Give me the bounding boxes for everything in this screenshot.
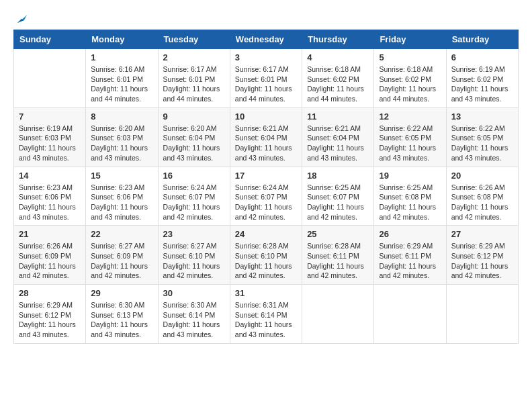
day-info: Sunrise: 6:18 AMSunset: 6:02 PMDaylight:… <box>379 64 441 104</box>
day-number: 9 <box>163 111 225 122</box>
calendar-cell: 1Sunrise: 6:16 AMSunset: 6:01 PMDaylight… <box>86 49 158 108</box>
day-info: Sunrise: 6:22 AMSunset: 6:05 PMDaylight:… <box>451 124 513 163</box>
day-info: Sunrise: 6:17 AMSunset: 6:01 PMDaylight:… <box>163 64 225 104</box>
calendar-cell: 11Sunrise: 6:21 AMSunset: 6:04 PMDayligh… <box>302 107 374 167</box>
weekday-header-tuesday: Tuesday <box>158 30 230 49</box>
calendar-cell: 31Sunrise: 6:31 AMSunset: 6:14 PMDayligh… <box>230 285 302 344</box>
logo <box>13 13 27 23</box>
day-info: Sunrise: 6:27 AMSunset: 6:10 PMDaylight:… <box>163 241 225 281</box>
calendar-cell: 2Sunrise: 6:17 AMSunset: 6:01 PMDaylight… <box>158 49 230 108</box>
day-info: Sunrise: 6:27 AMSunset: 6:09 PMDaylight:… <box>91 241 152 281</box>
calendar-week-3: 14Sunrise: 6:23 AMSunset: 6:06 PMDayligh… <box>14 167 519 226</box>
calendar-cell: 17Sunrise: 6:24 AMSunset: 6:07 PMDayligh… <box>230 167 302 226</box>
day-info: Sunrise: 6:28 AMSunset: 6:11 PMDaylight:… <box>307 241 369 281</box>
day-number: 12 <box>379 111 441 122</box>
calendar-table: SundayMondayTuesdayWednesdayThursdayFrid… <box>13 30 519 344</box>
weekday-header-sunday: Sunday <box>14 30 86 49</box>
calendar-cell <box>14 49 86 108</box>
day-info: Sunrise: 6:26 AMSunset: 6:08 PMDaylight:… <box>451 183 513 222</box>
calendar-cell <box>374 285 446 344</box>
day-number: 21 <box>19 229 81 239</box>
day-number: 25 <box>307 229 369 239</box>
calendar-cell: 21Sunrise: 6:26 AMSunset: 6:09 PMDayligh… <box>14 226 86 285</box>
calendar-cell: 9Sunrise: 6:20 AMSunset: 6:04 PMDaylight… <box>158 107 230 167</box>
day-info: Sunrise: 6:23 AMSunset: 6:06 PMDaylight:… <box>91 183 152 222</box>
day-number: 16 <box>163 171 225 181</box>
day-number: 31 <box>235 288 297 298</box>
day-number: 26 <box>379 229 441 239</box>
day-info: Sunrise: 6:17 AMSunset: 6:01 PMDaylight:… <box>235 64 297 104</box>
calendar-cell: 16Sunrise: 6:24 AMSunset: 6:07 PMDayligh… <box>158 167 230 226</box>
day-number: 2 <box>163 52 225 62</box>
calendar-cell: 29Sunrise: 6:30 AMSunset: 6:13 PMDayligh… <box>86 285 158 344</box>
day-number: 22 <box>91 229 152 239</box>
day-info: Sunrise: 6:30 AMSunset: 6:13 PMDaylight:… <box>91 300 152 340</box>
weekday-header-saturday: Saturday <box>446 30 518 49</box>
calendar-cell: 4Sunrise: 6:18 AMSunset: 6:02 PMDaylight… <box>302 49 374 108</box>
day-info: Sunrise: 6:23 AMSunset: 6:06 PMDaylight:… <box>19 183 81 222</box>
calendar-cell: 8Sunrise: 6:20 AMSunset: 6:03 PMDaylight… <box>86 107 158 167</box>
day-info: Sunrise: 6:25 AMSunset: 6:07 PMDaylight:… <box>307 183 369 222</box>
day-number: 24 <box>235 229 297 239</box>
page-header <box>13 13 519 23</box>
day-number: 5 <box>379 52 441 62</box>
calendar-cell: 22Sunrise: 6:27 AMSunset: 6:09 PMDayligh… <box>86 226 158 285</box>
calendar-cell: 10Sunrise: 6:21 AMSunset: 6:04 PMDayligh… <box>230 107 302 167</box>
calendar-cell: 28Sunrise: 6:29 AMSunset: 6:12 PMDayligh… <box>14 285 86 344</box>
calendar-body: 1Sunrise: 6:16 AMSunset: 6:01 PMDaylight… <box>14 49 519 344</box>
calendar-cell: 30Sunrise: 6:30 AMSunset: 6:14 PMDayligh… <box>158 285 230 344</box>
day-info: Sunrise: 6:24 AMSunset: 6:07 PMDaylight:… <box>235 183 297 222</box>
day-info: Sunrise: 6:25 AMSunset: 6:08 PMDaylight:… <box>379 183 441 222</box>
calendar-cell: 7Sunrise: 6:19 AMSunset: 6:03 PMDaylight… <box>14 107 86 167</box>
day-info: Sunrise: 6:18 AMSunset: 6:02 PMDaylight:… <box>307 64 369 104</box>
calendar-week-1: 1Sunrise: 6:16 AMSunset: 6:01 PMDaylight… <box>14 49 519 108</box>
day-number: 13 <box>451 111 513 122</box>
calendar-header: SundayMondayTuesdayWednesdayThursdayFrid… <box>14 30 519 49</box>
day-info: Sunrise: 6:20 AMSunset: 6:03 PMDaylight:… <box>91 124 152 163</box>
day-number: 28 <box>19 288 81 298</box>
calendar-cell: 25Sunrise: 6:28 AMSunset: 6:11 PMDayligh… <box>302 226 374 285</box>
day-info: Sunrise: 6:16 AMSunset: 6:01 PMDaylight:… <box>91 64 152 104</box>
day-number: 3 <box>235 52 297 62</box>
weekday-header-friday: Friday <box>374 30 446 49</box>
calendar-cell: 23Sunrise: 6:27 AMSunset: 6:10 PMDayligh… <box>158 226 230 285</box>
day-number: 10 <box>235 111 297 122</box>
day-info: Sunrise: 6:30 AMSunset: 6:14 PMDaylight:… <box>163 300 225 340</box>
day-number: 20 <box>451 171 513 181</box>
day-number: 29 <box>91 288 152 298</box>
calendar-cell: 26Sunrise: 6:29 AMSunset: 6:11 PMDayligh… <box>374 226 446 285</box>
day-info: Sunrise: 6:21 AMSunset: 6:04 PMDaylight:… <box>235 124 297 163</box>
calendar-cell <box>446 285 518 344</box>
day-info: Sunrise: 6:26 AMSunset: 6:09 PMDaylight:… <box>19 241 81 281</box>
day-number: 1 <box>91 52 152 62</box>
calendar-cell: 6Sunrise: 6:19 AMSunset: 6:02 PMDaylight… <box>446 49 518 108</box>
day-info: Sunrise: 6:31 AMSunset: 6:14 PMDaylight:… <box>235 300 297 340</box>
weekday-header-wednesday: Wednesday <box>230 30 302 49</box>
day-number: 8 <box>91 111 152 122</box>
calendar-cell: 15Sunrise: 6:23 AMSunset: 6:06 PMDayligh… <box>86 167 158 226</box>
weekday-header-monday: Monday <box>86 30 158 49</box>
calendar-cell: 3Sunrise: 6:17 AMSunset: 6:01 PMDaylight… <box>230 49 302 108</box>
logo-bird-icon <box>15 13 27 26</box>
calendar-cell: 14Sunrise: 6:23 AMSunset: 6:06 PMDayligh… <box>14 167 86 226</box>
day-number: 14 <box>19 171 81 181</box>
day-number: 19 <box>379 171 441 181</box>
calendar-cell: 27Sunrise: 6:29 AMSunset: 6:12 PMDayligh… <box>446 226 518 285</box>
day-info: Sunrise: 6:20 AMSunset: 6:04 PMDaylight:… <box>163 124 225 163</box>
day-info: Sunrise: 6:19 AMSunset: 6:02 PMDaylight:… <box>451 64 513 104</box>
day-info: Sunrise: 6:24 AMSunset: 6:07 PMDaylight:… <box>163 183 225 222</box>
calendar-cell: 19Sunrise: 6:25 AMSunset: 6:08 PMDayligh… <box>374 167 446 226</box>
day-number: 15 <box>91 171 152 181</box>
day-number: 18 <box>307 171 369 181</box>
day-number: 27 <box>451 229 513 239</box>
calendar-week-4: 21Sunrise: 6:26 AMSunset: 6:09 PMDayligh… <box>14 226 519 285</box>
calendar-week-2: 7Sunrise: 6:19 AMSunset: 6:03 PMDaylight… <box>14 107 519 167</box>
weekday-header-thursday: Thursday <box>302 30 374 49</box>
calendar-cell: 5Sunrise: 6:18 AMSunset: 6:02 PMDaylight… <box>374 49 446 108</box>
day-info: Sunrise: 6:21 AMSunset: 6:04 PMDaylight:… <box>307 124 369 163</box>
day-info: Sunrise: 6:22 AMSunset: 6:05 PMDaylight:… <box>379 124 441 163</box>
day-number: 30 <box>163 288 225 298</box>
calendar-cell: 18Sunrise: 6:25 AMSunset: 6:07 PMDayligh… <box>302 167 374 226</box>
calendar-cell <box>302 285 374 344</box>
day-number: 23 <box>163 229 225 239</box>
